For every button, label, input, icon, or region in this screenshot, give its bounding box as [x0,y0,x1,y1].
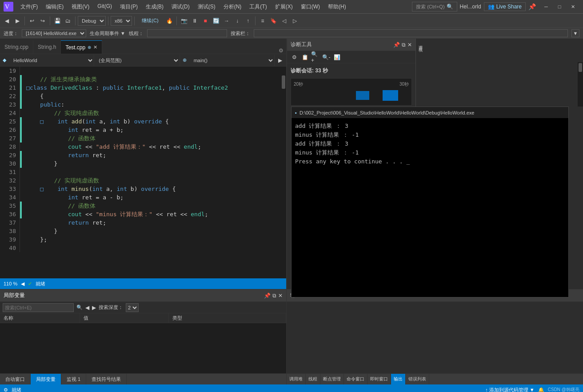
diag-zoom-out-icon[interactable]: 🔍- [322,53,331,62]
titlebar: V 文件(F) 编辑(E) 视图(V) Git(G) 项目(P) 生成(B) 调… [0,0,583,13]
undo-button[interactable]: ↩ [27,16,37,26]
function-icon: ⊕ [180,57,189,63]
menu-edit[interactable]: 编辑(E) [42,2,67,12]
console-body: add 计算结果 ： 3 minus 计算结果 ： -1 add 计算结果 ： … [292,118,568,297]
tab-find-symbol[interactable]: 查找符号结果 [86,374,127,384]
tab-immediate[interactable]: 即时窗口 [367,374,391,384]
menu-file[interactable]: 文件(F) [17,2,41,12]
menu-git[interactable]: Git(G) [94,2,116,12]
tab-threads[interactable]: 线程 [306,374,320,384]
snapshot-button[interactable]: 📷 [179,16,189,26]
expand-button[interactable]: ▼ [571,29,579,37]
diag-settings-icon[interactable]: ⚙ [290,53,299,62]
diag-events-icon[interactable]: 📋 [300,53,309,62]
step-into-button[interactable]: ↓ [232,16,242,26]
menu-tools[interactable]: 工具(T) [246,2,270,12]
code-line-28: cout << "add 计算结果：" << ret << endl; [26,143,281,151]
locals-table: 名称 值 类型 [0,313,286,373]
locals-nav-right[interactable]: ▶ [92,305,96,311]
process-select[interactable]: [16140] HelloWorld.exe [22,29,86,37]
locals-panel: 局部变量 📌 ⧉ ✕ 🔍 ◀ ▶ 搜索深度： 234 名称 值 类型 [0,289,287,384]
search-input-titlebar[interactable]: 搜索 (Ctrl+Q) [416,4,444,10]
function-selector[interactable]: main() [189,55,275,66]
console-window: ▪ D:\002_Project\006_Visual_Studio\Hello… [291,107,569,297]
code-editor-area[interactable]: 19 20 21 22 23 24 25 26 27 28 29 30 31 3… [0,67,286,278]
platform-select[interactable]: x86 [111,16,132,26]
scope-selector[interactable]: (全局范围) [94,55,180,66]
locals-nav-left[interactable]: ◀ [85,305,89,311]
pin-icon[interactable]: 📌 [528,3,536,10]
tab-settings-icon[interactable]: ⚙ [276,48,286,54]
menu-debug[interactable]: 调试(D) [168,2,193,12]
debug-config-select[interactable]: Debug [78,16,106,26]
notification-icon[interactable]: 🔔 [538,387,544,392]
tab-exception[interactable]: 命令窗口 [344,374,367,384]
diag-scrollbar[interactable] [578,62,583,107]
tab-breakpoints[interactable]: 断点管理 [320,374,344,384]
diag-chart-icon[interactable]: 📊 [332,53,341,62]
tab-locals[interactable]: 局部变量 [31,374,61,384]
tab-test-cpp[interactable]: Test.cpp ⊕ ✕ [61,40,102,54]
menu-test[interactable]: 测试(S) [194,2,219,12]
status-check-icon: ✔ [28,281,32,287]
locals-search-input[interactable] [3,303,74,312]
bookmark-button[interactable]: 🔖 [268,16,278,26]
stop-button[interactable]: ■ [200,16,210,26]
restart-button[interactable]: 🔄 [211,16,221,26]
menu-help[interactable]: 帮助(H) [324,2,350,12]
console-line-5: Press any key to continue . . . _ [295,157,565,166]
menu-window[interactable]: 窗口(W) [297,2,323,12]
pause-button[interactable]: ⏸ [190,16,200,26]
toolbar-separator-4 [108,16,108,25]
save-button[interactable]: 💾 [52,16,62,26]
bookmark-next[interactable]: ▷ [290,16,299,26]
live-share-button[interactable]: 👥 Live Share [484,2,526,11]
menu-extensions[interactable]: 扩展(X) [272,2,296,12]
redo-button[interactable]: ↪ [38,16,48,26]
tab-output[interactable]: 输出 [391,374,406,384]
diag-title: 诊断工具 [291,41,312,48]
back-button[interactable]: ◀ [2,16,12,26]
locals-close-icon[interactable]: ✕ [278,293,283,299]
tab-string-h[interactable]: String.h [33,40,61,54]
tab-auto-window[interactable]: 自动窗口 [0,374,31,384]
tab-watch-1[interactable]: 监视 1 [61,374,86,384]
code-content-area[interactable]: 19 20 21 22 23 24 25 26 27 28 29 30 31 3… [0,67,281,278]
menu-build[interactable]: 生成(B) [142,2,167,12]
diag-zoom-in-icon[interactable]: 🔍+ [311,53,320,62]
tab-close-icon[interactable]: ✕ [93,44,97,50]
vertical-scrollbar[interactable] [281,67,286,278]
locals-float-icon[interactable]: ⧉ [272,293,276,299]
minimize-button[interactable]: ─ [539,0,553,13]
console-line-2: minus 计算结果 ： -1 [295,131,565,139]
format-indent[interactable]: ≡ [258,16,268,26]
continue-button[interactable]: 继续(C) [137,16,164,26]
fire-icon[interactable]: 🔥 [164,16,174,26]
tab-errlist[interactable]: 错误列表 [406,374,429,384]
forward-button[interactable]: ▶ [12,16,22,26]
file-selector[interactable]: HelloWorld [9,55,94,66]
expand-editor-button[interactable]: ▶ [275,55,286,66]
close-button[interactable]: ✕ [566,0,579,13]
locals-pin-icon[interactable]: 📌 [264,293,271,299]
source-control-button[interactable]: ↑ 添加到源代码管理 ▼ [485,387,535,392]
menu-analyze[interactable]: 分析(N) [220,2,245,12]
diag-header-controls: 📌 ⧉ ✕ [393,42,412,48]
save-all-button[interactable]: 🗂 [63,16,73,26]
tab-string-cpp[interactable]: String.cpp [0,40,33,54]
menu-view[interactable]: 视图(V) [68,2,93,12]
diag-close-icon[interactable]: ✕ [407,42,412,48]
menu-project[interactable]: 项目(P) [116,2,141,12]
bookmark-prev[interactable]: ◁ [279,16,289,26]
diag-float-icon[interactable]: ⧉ [402,42,406,48]
tab-callstack[interactable]: 调用堆 [287,374,306,384]
title-text: Hel...orld [460,4,481,10]
step-over-button[interactable]: → [222,16,232,26]
maximize-button[interactable]: □ [553,0,566,13]
scroll-left-btn[interactable]: ◀ [21,281,24,287]
search-depth-select[interactable]: 234 [126,303,139,312]
diag-pin-icon[interactable]: 📌 [393,42,400,48]
vs-logo: V [4,2,13,12]
step-out-button[interactable]: ↑ [243,16,253,26]
bottom-area: 局部变量 📌 ⧉ ✕ 🔍 ◀ ▶ 搜索深度： 234 名称 值 类型 [0,289,583,384]
